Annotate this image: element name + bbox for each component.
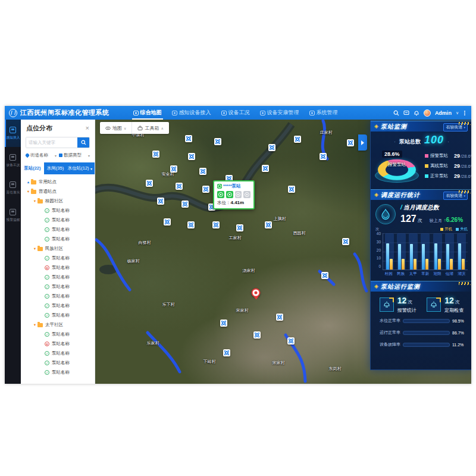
keyword-search-input[interactable] xyxy=(26,137,77,148)
progress-track xyxy=(403,343,450,347)
village-label: 西园村 xyxy=(293,230,306,236)
pump-marker[interactable] xyxy=(320,153,327,160)
progress-percent: 86.7% xyxy=(452,331,468,335)
pump-marker[interactable] xyxy=(152,151,159,158)
avatar[interactable] xyxy=(424,109,431,117)
nav-item[interactable]: 感知设备接入 xyxy=(172,106,211,120)
street-dropdown[interactable]: 石较街道▾ xyxy=(443,192,468,200)
sidebar-item[interactable]: 预警提醒 xyxy=(5,202,21,229)
sidebar-item[interactable]: 责任落实 xyxy=(5,174,21,202)
toolbox-button[interactable]: 工具箱 ∧ xyxy=(131,122,168,134)
tree-node[interactable]: ▼ 桂园社区 xyxy=(21,196,95,206)
pump-marker[interactable] xyxy=(170,165,177,173)
nav-item[interactable]: 设备安康管理 xyxy=(260,106,299,120)
nav-item[interactable]: 综合地图 xyxy=(133,106,162,120)
chevron-down-icon[interactable]: ▾ xyxy=(90,167,95,171)
nav-item[interactable]: 设备工况 xyxy=(221,106,250,120)
tree-node[interactable]: ▲ 常用站点 xyxy=(21,177,95,187)
kebab-menu-icon[interactable] xyxy=(463,111,466,115)
pump-marker[interactable] xyxy=(342,238,349,245)
tree-node[interactable]: 泵站名称 xyxy=(21,368,95,377)
bar-group xyxy=(385,233,394,270)
pump-marker[interactable] xyxy=(214,138,221,145)
tree-node[interactable]: 泵站名称 xyxy=(21,301,95,311)
pump-marker[interactable] xyxy=(294,136,301,143)
off-bar xyxy=(386,243,389,270)
street-dropdown[interactable]: 石较街道▾ xyxy=(443,123,468,131)
pump-marker[interactable] xyxy=(268,144,275,151)
off-bar xyxy=(446,244,449,270)
sidebar-item-label: 感知接入 xyxy=(6,135,20,140)
pump-marker[interactable] xyxy=(176,183,183,190)
pump-marker[interactable] xyxy=(164,218,171,226)
tree-node[interactable]: 泵站名称 xyxy=(21,234,95,244)
station-tab[interactable]: 水位站(12) xyxy=(67,162,90,174)
close-icon[interactable]: × xyxy=(86,125,89,131)
search-icon[interactable] xyxy=(393,110,399,116)
pump-marker[interactable] xyxy=(199,168,206,175)
pump-marker[interactable] xyxy=(253,331,261,339)
pump-marker[interactable] xyxy=(202,186,209,193)
tree-node-label: 普通站点 xyxy=(39,189,57,195)
pump-marker[interactable] xyxy=(262,165,269,172)
progress-percent: 11.2% xyxy=(452,343,468,347)
tree-node[interactable]: 泵站名称 xyxy=(21,215,95,225)
pump-marker[interactable] xyxy=(287,337,295,345)
search-button[interactable] xyxy=(77,137,89,148)
station-tab[interactable]: 泵站(22) xyxy=(21,162,44,174)
water-level-value: 4.41m xyxy=(231,200,245,205)
pump-marker[interactable] xyxy=(265,221,272,228)
tree-node[interactable]: 泵站名称 xyxy=(21,206,95,215)
pump-marker[interactable] xyxy=(321,272,328,279)
tree-node[interactable]: 泵站名称 xyxy=(21,273,95,282)
progress-label: 水位正常率 xyxy=(375,318,400,324)
pump-marker[interactable] xyxy=(347,139,354,146)
tree-node[interactable]: 泵站名称 xyxy=(21,358,95,368)
village-label: 庄家村 xyxy=(320,130,333,136)
message-icon[interactable] xyxy=(403,110,409,116)
tree-node[interactable]: ▼ 普通站点 xyxy=(21,187,95,196)
tree-node[interactable]: 泵站名称 xyxy=(21,282,95,292)
chevron-down-icon[interactable]: ∨ xyxy=(456,111,459,115)
pump-marker[interactable] xyxy=(188,153,195,160)
tree-node[interactable]: 泵站名称 xyxy=(21,292,95,301)
filter-select[interactable]: 数据类型 ▾ xyxy=(59,152,90,158)
nav-item[interactable]: 系统管理 xyxy=(309,106,338,120)
pump-marker[interactable] xyxy=(220,320,227,327)
pump-marker[interactable] xyxy=(288,186,295,193)
tree-node[interactable]: 泵站名称 xyxy=(21,225,95,234)
pump-marker[interactable] xyxy=(212,221,220,228)
tree-node[interactable]: 泵站名称 xyxy=(21,339,95,349)
pump-marker[interactable] xyxy=(236,224,243,231)
map-layer-button[interactable]: 地图 ∨ xyxy=(100,122,131,134)
on-bar xyxy=(390,259,393,270)
legend-row: 报警泵站 29 /28.6% xyxy=(425,153,471,159)
user-name[interactable]: Admin xyxy=(435,110,452,116)
pump-marker[interactable] xyxy=(185,135,192,142)
pump-marker[interactable] xyxy=(276,314,283,321)
folder-icon xyxy=(31,180,36,184)
pump-marker[interactable] xyxy=(187,221,195,228)
tree-node[interactable]: 泵站名称 xyxy=(21,311,95,320)
bell-icon[interactable] xyxy=(414,110,419,116)
tree-node[interactable]: 泵站名称 xyxy=(21,253,95,263)
tree-node[interactable]: 泵站名称 xyxy=(21,263,95,273)
legend-swatch xyxy=(425,174,428,178)
alert-marker[interactable] xyxy=(252,289,261,298)
pump-marker[interactable] xyxy=(181,201,189,208)
tree-node-label: 泵站名称 xyxy=(52,293,70,299)
filter-select[interactable]: 街道名称 ▾ xyxy=(26,152,57,158)
pump-marker[interactable] xyxy=(223,349,230,356)
tree-node[interactable]: 泵站名称 xyxy=(21,349,95,358)
panel-collapse-tab[interactable] xyxy=(358,134,367,151)
pump-marker[interactable] xyxy=(146,180,153,187)
station-tab[interactable]: 水闸(35) xyxy=(44,162,67,174)
tree-node[interactable]: ▼ 民族社区 xyxy=(21,244,95,253)
tree-node[interactable]: 泵站名称 xyxy=(21,330,95,339)
point-distribution-panel: 点位分布 × 街道名称 ▾ 数据类型 xyxy=(21,120,95,384)
pump-marker[interactable] xyxy=(157,198,164,205)
tree-node[interactable]: ▼ 太平社区 xyxy=(21,320,95,330)
progress-percent: 98.5% xyxy=(452,319,468,323)
sidebar-item[interactable]: 设备工况 xyxy=(5,147,21,174)
sidebar-item[interactable]: 感知接入 xyxy=(5,120,21,147)
